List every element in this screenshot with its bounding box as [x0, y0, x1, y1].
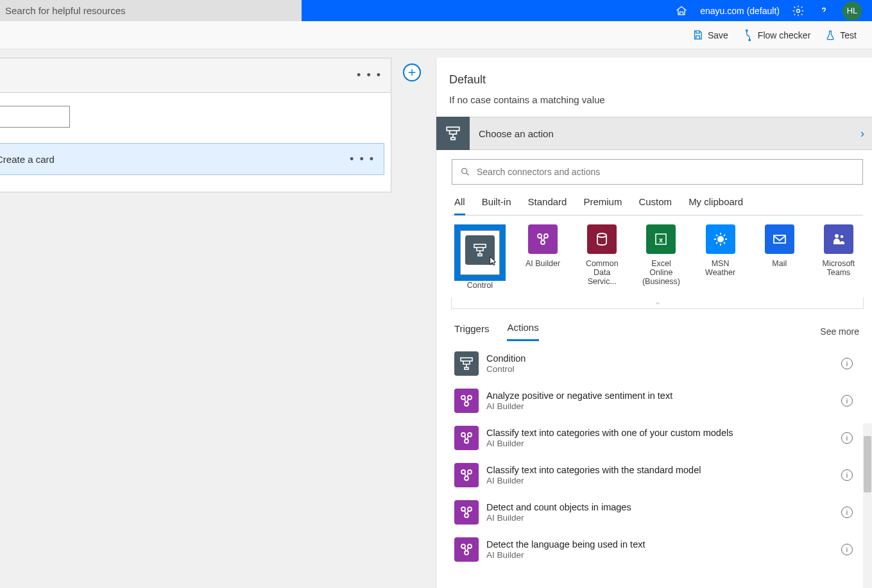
action-item[interactable]: Detect the language being used in text A… — [452, 531, 859, 568]
search-placeholder: Search for helpful resources — [5, 5, 126, 16]
action-connector: AI Builder — [486, 439, 841, 448]
test-button[interactable]: Test — [825, 29, 857, 41]
scroll-thumb[interactable] — [864, 436, 871, 492]
connector-item[interactable]: Microsoft Teams — [817, 224, 860, 290]
action-title: Classify text into categories with the s… — [486, 465, 841, 475]
connector-label: Excel Online (Business) — [639, 259, 683, 286]
create-card-step[interactable]: Create a card • • • — [0, 143, 384, 175]
action-title: Analyze positive or negative sentiment i… — [486, 391, 841, 401]
action-meta: Classify text into categories with one o… — [486, 428, 841, 448]
category-tab[interactable]: Standard — [528, 196, 567, 215]
add-step-button[interactable] — [403, 63, 421, 81]
card-input[interactable] — [0, 106, 70, 128]
avatar-initials: HL — [847, 6, 858, 15]
choose-action-header[interactable]: Choose an action › — [436, 117, 872, 150]
trigger-action-tabs: Triggers Actions See more — [452, 309, 863, 341]
connector-icon — [824, 224, 853, 254]
category-tab[interactable]: My clipboard — [688, 196, 743, 215]
choose-action-label: Choose an action — [470, 128, 554, 139]
connector-label: Mail — [772, 259, 787, 268]
category-tab[interactable]: Built-in — [482, 196, 511, 215]
info-icon[interactable]: i — [841, 469, 853, 481]
action-body: Search connectors and actions AllBuilt-i… — [436, 150, 872, 588]
tenant-label[interactable]: enayu.com (default) — [700, 6, 780, 16]
svg-point-28 — [465, 476, 468, 480]
search-icon — [460, 167, 470, 177]
action-meta: Condition Control — [486, 353, 841, 374]
action-item[interactable]: Classify text into categories with the s… — [452, 457, 859, 494]
action-connector: AI Builder — [486, 401, 841, 411]
info-icon[interactable]: i — [841, 358, 853, 369]
action-connector: Control — [486, 364, 841, 374]
action-search-input[interactable]: Search connectors and actions — [452, 159, 863, 185]
action-title: Classify text into categories with one o… — [486, 428, 841, 438]
action-search-placeholder: Search connectors and actions — [477, 167, 600, 177]
expand-connectors[interactable] — [451, 298, 864, 309]
svg-rect-4 — [451, 138, 456, 140]
action-connector: AI Builder — [486, 550, 841, 560]
action-icon — [454, 500, 479, 525]
action-icon — [454, 351, 479, 376]
connector-label: Common Data Servic... — [580, 259, 624, 286]
card-body: Create a card • • • — [0, 93, 391, 192]
flow-step-card[interactable]: • • • Create a card • • • — [0, 58, 391, 192]
card-menu-icon[interactable]: • • • — [357, 69, 382, 82]
connector-icon: x — [646, 224, 676, 254]
toolbar: Save Flow checker Test — [0, 21, 872, 49]
flow-checker-button[interactable]: Flow checker — [742, 29, 810, 41]
save-label: Save — [708, 30, 728, 40]
see-more-link[interactable]: See more — [820, 326, 859, 337]
action-item[interactable]: Analyze positive or negative sentiment i… — [452, 382, 859, 419]
connector-icon — [587, 224, 617, 254]
action-list: Condition Control i Analyze positive or … — [452, 345, 863, 588]
svg-point-10 — [541, 240, 545, 244]
action-meta: Analyze positive or negative sentiment i… — [486, 391, 841, 411]
action-item[interactable]: Condition Control i — [452, 345, 859, 382]
connector-label: Microsoft Teams — [817, 259, 860, 277]
connector-item[interactable]: xExcel Online (Business) — [639, 224, 683, 290]
info-icon[interactable]: i — [841, 432, 853, 444]
svg-point-16 — [835, 234, 839, 238]
avatar[interactable]: HL — [842, 1, 862, 21]
svg-rect-3 — [447, 127, 459, 130]
svg-point-17 — [841, 235, 844, 239]
info-icon[interactable]: i — [841, 544, 853, 555]
svg-point-31 — [465, 514, 468, 517]
info-icon[interactable]: i — [841, 395, 853, 407]
category-tab[interactable]: Premium — [583, 196, 622, 215]
global-search-input[interactable]: Search for helpful resources — [0, 0, 302, 21]
action-title: Detect the language being used in text — [486, 539, 841, 550]
create-card-label: Create a card — [0, 154, 55, 165]
help-icon[interactable] — [817, 4, 831, 18]
svg-point-5 — [462, 169, 467, 174]
scrollbar[interactable] — [863, 423, 872, 588]
connector-item[interactable]: Common Data Servic... — [580, 224, 624, 290]
tab-triggers[interactable]: Triggers — [454, 323, 489, 340]
category-tab[interactable]: Custom — [638, 196, 672, 215]
connector-icon — [765, 224, 794, 254]
action-icon — [454, 389, 479, 413]
action-item[interactable]: Classify text into categories with one o… — [452, 419, 859, 457]
action-connector: AI Builder — [486, 476, 841, 485]
connector-item[interactable]: AI Builder — [521, 224, 565, 290]
category-tab[interactable]: All — [454, 196, 465, 215]
save-button[interactable]: Save — [692, 29, 728, 41]
connector-item[interactable]: MSN Weather — [699, 224, 742, 290]
connector-icon — [465, 235, 495, 265]
connector-item[interactable]: Mail — [758, 224, 801, 290]
gear-icon[interactable] — [791, 4, 805, 18]
connector-item[interactable]: Control — [454, 224, 506, 290]
svg-point-25 — [465, 439, 468, 443]
sub-card-menu-icon[interactable]: • • • — [350, 153, 375, 166]
tab-actions[interactable]: Actions — [507, 322, 538, 341]
action-icon — [454, 537, 479, 562]
connector-label: Control — [467, 281, 493, 290]
connector-icon — [706, 224, 735, 254]
svg-rect-15 — [774, 235, 785, 243]
flow-checker-label: Flow checker — [758, 30, 810, 40]
action-item[interactable]: Detect and count objects in images AI Bu… — [452, 494, 859, 531]
action-title: Condition — [486, 353, 841, 364]
info-icon[interactable]: i — [841, 507, 853, 518]
environment-icon[interactable] — [674, 4, 688, 18]
action-meta: Classify text into categories with the s… — [486, 465, 841, 485]
